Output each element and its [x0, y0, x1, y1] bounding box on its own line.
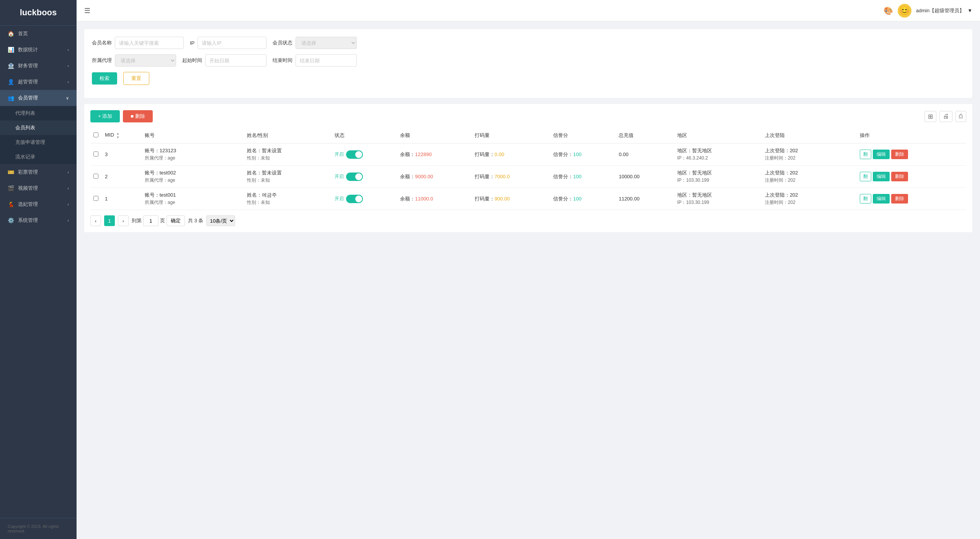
status-label: 开启: [335, 151, 344, 158]
search-row-buttons: 检索 重置: [92, 72, 965, 85]
status-toggle[interactable]: [346, 195, 363, 203]
sidebar-item-system[interactable]: ⚙️ 系统管理 ›: [0, 212, 77, 228]
header: ☰ 🎨 admin【超级管理员】 ▼: [77, 0, 980, 21]
row-balance: 余额：11000.0: [397, 188, 472, 210]
end-time-input[interactable]: [296, 54, 357, 67]
goto-input[interactable]: [143, 215, 158, 226]
code-value: 0.00: [495, 151, 504, 157]
row-checkbox-0[interactable]: [93, 151, 98, 156]
row-account: 账号：123123 所属代理：age: [142, 143, 244, 166]
main-area: ☰ 🎨 admin【超级管理员】 ▼ 会员名称 IP: [77, 0, 980, 539]
palette-icon[interactable]: 🎨: [884, 6, 893, 15]
sidebar-item-lottery[interactable]: 🎫 彩票管理 ›: [0, 164, 77, 180]
lottery-icon: 🎫: [8, 169, 14, 175]
start-time-input[interactable]: [205, 54, 266, 67]
sidebar-item-label: 首页: [18, 30, 28, 37]
table-row: 1 账号：test001 所属代理：age 姓名：에금주 性别：未知 开启 余额…: [90, 188, 966, 210]
sidebar-item-xuanfei[interactable]: 💃 选妃管理 ›: [0, 196, 77, 212]
chart-icon: 📊: [8, 47, 14, 53]
region-ip: IP：103.30.199: [677, 199, 759, 206]
batch-delete-button[interactable]: ■ 删除: [123, 110, 152, 122]
status-toggle[interactable]: [346, 173, 363, 181]
arrow-icon: ›: [67, 170, 69, 174]
sidebar-footer: Copyright © 2019. All rights reserved.: [0, 518, 77, 539]
sidebar-menu: 🏠 首页 📊 数据统计 › 🏦 财务管理 › 👤 超管管理 › 👥 会员管理 ∨…: [0, 26, 77, 518]
sidebar-sub-label: 会员列表: [15, 124, 35, 131]
page-1-button[interactable]: 1: [104, 215, 115, 226]
sidebar-item-data-stats[interactable]: 📊 数据统计 ›: [0, 42, 77, 58]
add-button[interactable]: + 添加: [90, 110, 120, 122]
edit-button-0[interactable]: 编辑: [873, 150, 890, 159]
ip-input[interactable]: [198, 37, 266, 49]
sidebar-item-member-mgmt[interactable]: 👥 会员管理 ∨: [0, 90, 77, 106]
row-checkbox-cell: [90, 166, 102, 188]
next-page-button[interactable]: ›: [118, 215, 129, 226]
export-icon[interactable]: ⎙: [956, 111, 966, 122]
arrow-icon: ›: [67, 47, 69, 52]
balance-label: 余额：: [400, 151, 415, 157]
credit-value: 100: [573, 151, 581, 157]
table-body: 3 账号：123123 所属代理：age 姓名：暂未设置 性别：未知 开启 余额…: [90, 143, 966, 210]
row-checkbox-1[interactable]: [93, 174, 98, 179]
total-label: 共 3 条: [188, 217, 203, 224]
sidebar-item-label: 会员管理: [18, 94, 38, 101]
arrow-icon: ›: [67, 202, 69, 207]
page-size-select[interactable]: 10条/页 20条/页 50条/页: [206, 215, 235, 226]
sort-icon[interactable]: ▲▼: [116, 132, 119, 139]
member-name-input[interactable]: [115, 37, 184, 49]
edit-button-1[interactable]: 编辑: [873, 172, 890, 181]
region-name: 地区：暂无地区: [677, 147, 759, 154]
row-balance: 余额：9000.00: [397, 166, 472, 188]
sidebar-item-home[interactable]: 🏠 首页: [0, 26, 77, 42]
last-login-value: 上次登陆：202: [765, 169, 854, 176]
row-actions: 翻 编辑 删除: [857, 188, 966, 210]
sidebar: luckboos 🏠 首页 📊 数据统计 › 🏦 财务管理 › 👤 超管管理 ›…: [0, 0, 77, 539]
row-total: 0.00: [616, 143, 674, 166]
account-agent: 所属代理：age: [145, 155, 241, 161]
sidebar-item-label: 超管管理: [18, 78, 38, 85]
delete-button-2[interactable]: 删除: [891, 194, 908, 204]
member-name-field: 会员名称: [92, 37, 184, 49]
search-row-2: 所属代理 请选择 起始时间 结束时间: [92, 54, 965, 67]
delete-button-0[interactable]: 删除: [891, 150, 908, 159]
member-status-select[interactable]: 请选择 开启 关闭: [296, 37, 357, 49]
agent-select[interactable]: 请选择: [115, 54, 176, 67]
goto-confirm-button[interactable]: 确定: [167, 215, 185, 226]
print-icon[interactable]: 🖨: [939, 111, 952, 122]
select-all-checkbox[interactable]: [93, 132, 98, 137]
user-icon: 👤: [8, 79, 14, 85]
row-checkbox-2[interactable]: [93, 196, 98, 201]
sidebar-item-recharge-mgmt[interactable]: 充值申请管理: [0, 135, 77, 150]
ip-label: IP: [190, 40, 194, 46]
grid-icon[interactable]: ⊞: [924, 111, 936, 122]
col-balance: 余额: [397, 128, 472, 143]
sidebar-item-flow-record[interactable]: 流水记录: [0, 150, 77, 164]
status-toggle[interactable]: [346, 150, 363, 159]
edit-button-2[interactable]: 编辑: [873, 194, 890, 204]
video-icon: 🎬: [8, 185, 14, 191]
sidebar-logo: luckboos: [0, 0, 77, 26]
row-name: 姓名：에금주 性别：未知: [244, 188, 332, 210]
sidebar-item-member-list[interactable]: 会员列表: [0, 121, 77, 135]
row-total: 10000.00: [616, 166, 674, 188]
member-table: MID ▲▼ 账号 姓名/性别 状态 余额 打码量 信誉分 总充值 地区 上次登…: [90, 128, 966, 210]
sidebar-item-agent-list[interactable]: 代理列表: [0, 106, 77, 121]
reset-button[interactable]: 重置: [123, 72, 149, 85]
search-button[interactable]: 检索: [92, 72, 117, 85]
sidebar-item-super-admin[interactable]: 👤 超管管理 ›: [0, 74, 77, 90]
sidebar-item-finance[interactable]: 🏦 财务管理 ›: [0, 58, 77, 74]
prev-page-button[interactable]: ‹: [90, 215, 101, 226]
fan-button-0[interactable]: 翻: [860, 150, 871, 159]
col-code: 打码量: [472, 128, 550, 143]
delete-button-1[interactable]: 删除: [891, 172, 908, 181]
table-header-row: MID ▲▼ 账号 姓名/性别 状态 余额 打码量 信誉分 总充值 地区 上次登…: [90, 128, 966, 143]
menu-toggle-button[interactable]: ☰: [84, 7, 90, 15]
fan-button-2[interactable]: 翻: [860, 194, 871, 204]
agent-field: 所属代理 请选择: [92, 54, 176, 67]
credit-label: 信誉分：: [553, 174, 573, 179]
col-total: 总充值: [616, 128, 674, 143]
sidebar-item-video[interactable]: 🎬 视频管理 ›: [0, 180, 77, 196]
fan-button-1[interactable]: 翻: [860, 172, 871, 181]
user-menu[interactable]: admin【超级管理员】 ▼: [916, 7, 972, 14]
header-left: ☰: [84, 7, 90, 15]
